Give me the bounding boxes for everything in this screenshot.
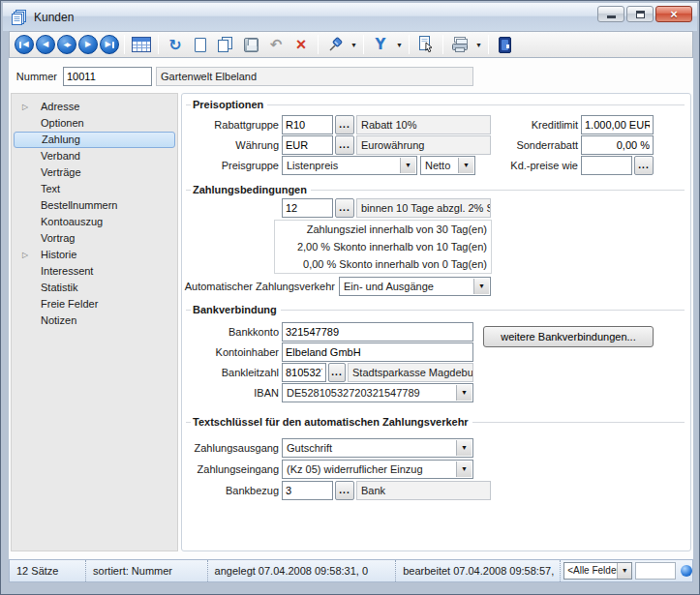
sonderrabatt-input[interactable] xyxy=(581,135,654,155)
refresh-icon: ↻ xyxy=(168,36,181,54)
nav-previous-button[interactable]: ◀ xyxy=(36,35,55,54)
document-cursor-icon xyxy=(417,36,435,53)
chevron-down-icon[interactable]: ▼ xyxy=(456,461,472,477)
bank-name-field: Stadtsparkasse Magdeburg xyxy=(348,363,473,382)
filter-funnel-icon: Y xyxy=(376,36,386,53)
sidebar-item-text[interactable]: Text xyxy=(14,181,175,197)
bankleitzahl-lookup-button[interactable]: ... xyxy=(328,363,346,382)
zahlungsbedingung-lookup-button[interactable]: ... xyxy=(335,198,354,218)
sidebar-item-verband[interactable]: Verband xyxy=(14,148,175,164)
app-icon xyxy=(12,10,27,25)
chevron-down-icon[interactable]: ▼ xyxy=(456,440,472,456)
select-record-button[interactable] xyxy=(414,34,438,55)
sidebar-item-vortrag[interactable]: Vortrag xyxy=(14,230,175,247)
filter-button[interactable]: Y xyxy=(369,34,392,55)
chevron-down-icon[interactable]: ▼ xyxy=(456,385,472,401)
restore-button[interactable] xyxy=(626,6,654,22)
customer-name-field: Gartenwelt Elbeland xyxy=(156,67,473,86)
bankleitzahl-input[interactable] xyxy=(282,363,326,382)
filter-dropdown-arrow[interactable]: ▼ xyxy=(396,42,403,48)
chevron-down-icon[interactable]: ▼ xyxy=(617,563,631,579)
kdpreise-input[interactable] xyxy=(581,156,632,175)
zahlungsausgang-value: Gutschrift xyxy=(287,442,332,454)
netto-select[interactable]: Netto▼ xyxy=(420,156,475,175)
sidebar-item-label: Adresse xyxy=(41,101,79,112)
zahlungseingang-value: (Kz 05) widerruflicher Einzug xyxy=(287,463,423,475)
zahlungseingang-select[interactable]: (Kz 05) widerruflicher Einzug▼ xyxy=(282,460,473,479)
sidebar-item-historie[interactable]: ▷Historie xyxy=(14,247,175,263)
nav-first-button[interactable]: ◀ xyxy=(15,35,34,54)
nav-last-icon: ▶ xyxy=(105,41,110,48)
sidebar-item-bestellnummern[interactable]: Bestellnummern xyxy=(14,197,175,214)
expander-icon[interactable]: ▷ xyxy=(22,99,28,115)
rabattgruppe-lookup-button[interactable]: ... xyxy=(335,115,354,134)
zahlungsbedingung-description: binnen 10 Tage abzgl. 2% Skonto xyxy=(356,198,491,218)
sidebar-item-optionen[interactable]: Optionen xyxy=(14,115,175,132)
exit-button[interactable] xyxy=(494,34,517,55)
sidebar-item-kontoauszug[interactable]: Kontoauszug xyxy=(14,214,175,230)
pin-button[interactable] xyxy=(323,34,347,55)
chevron-down-icon[interactable]: ▼ xyxy=(473,279,489,294)
new-document-icon xyxy=(195,38,206,52)
nav-next-icon: ▶ xyxy=(85,41,91,48)
kreditlimit-input[interactable] xyxy=(581,115,654,134)
expander-icon[interactable]: ▷ xyxy=(22,247,28,263)
bankbezug-lookup-button[interactable]: ... xyxy=(335,481,354,500)
sidebar-item-zahlung[interactable]: Zahlung xyxy=(14,132,175,148)
content-area: Nummer Gartenwelt Elbeland ▷Adresse Opti… xyxy=(9,58,693,559)
zahlungsausgang-select[interactable]: Gutschrift▼ xyxy=(282,438,473,458)
pin-dropdown-arrow[interactable]: ▼ xyxy=(350,42,357,48)
preisgruppe-select[interactable]: Listenpreis▼ xyxy=(282,156,417,175)
sidebar: ▷Adresse Optionen Zahlung Verband Verträ… xyxy=(11,93,178,551)
minimize-button[interactable] xyxy=(597,6,624,22)
list-view-button[interactable] xyxy=(130,34,153,55)
search-field-select[interactable]: <Alle Felder>▼ xyxy=(563,562,632,580)
waehrung-lookup-button[interactable]: ... xyxy=(335,135,354,155)
sidebar-item-interessent[interactable]: Interessent xyxy=(14,263,175,280)
chevron-down-icon[interactable]: ▼ xyxy=(458,158,473,173)
nav-last-button[interactable]: ▶ xyxy=(100,35,119,54)
iban-select[interactable]: DE52810532720321547789▼ xyxy=(282,383,473,402)
bankbezug-input[interactable] xyxy=(282,481,333,500)
sidebar-item-vertraege[interactable]: Verträge xyxy=(14,164,175,181)
save-disk-icon xyxy=(244,38,259,52)
chevron-down-icon[interactable]: ▼ xyxy=(400,158,415,173)
zahlungsbedingung-code-input[interactable] xyxy=(282,198,333,218)
nav-next-button[interactable]: ▶ xyxy=(78,35,98,54)
rabattgruppe-input[interactable] xyxy=(282,115,333,134)
autozahlung-select[interactable]: Ein- und Ausgänge▼ xyxy=(339,277,491,296)
sonderrabatt-label: Sonderrabatt xyxy=(424,135,578,155)
copy-record-button[interactable] xyxy=(214,34,237,55)
copy-icon xyxy=(218,37,233,53)
nummer-input[interactable] xyxy=(63,67,152,86)
autozahlung-label: Automatischer Zahlungsverkehr xyxy=(182,277,335,296)
print-button[interactable] xyxy=(448,34,472,55)
delete-button[interactable]: × xyxy=(289,34,313,55)
main-panel: Preisoptionen Rabattgruppe ... Rabatt 10… xyxy=(181,93,691,551)
sidebar-item-adresse[interactable]: ▷Adresse xyxy=(14,99,175,115)
new-record-button[interactable] xyxy=(189,34,212,55)
sidebar-item-label: Verträge xyxy=(41,166,81,178)
printer-icon xyxy=(450,37,470,53)
undo-button[interactable]: ↶ xyxy=(264,34,288,55)
kdpreise-lookup-button[interactable]: ... xyxy=(634,156,654,175)
nav-current-button[interactable]: ◀▶ xyxy=(57,35,76,54)
toolbar-separator xyxy=(488,35,489,54)
quick-search-input[interactable] xyxy=(635,562,676,580)
sidebar-item-notizen[interactable]: Notizen xyxy=(14,312,175,329)
bankkonto-input[interactable] xyxy=(282,322,473,342)
sidebar-item-freie-felder[interactable]: Freie Felder xyxy=(14,296,175,312)
print-dropdown-arrow[interactable]: ▼ xyxy=(475,42,482,48)
save-button[interactable] xyxy=(239,34,262,55)
sidebar-item-statistik[interactable]: Statistik xyxy=(14,280,175,296)
weitere-bankverbindungen-button[interactable]: weitere Bankverbindungen... xyxy=(483,326,654,347)
kontoinhaber-input[interactable] xyxy=(282,342,473,362)
sidebar-item-label: Freie Felder xyxy=(41,298,98,310)
close-button[interactable]: × xyxy=(655,6,692,22)
bankbezug-label: Bankbezug xyxy=(182,481,279,500)
waehrung-input[interactable] xyxy=(282,135,333,155)
status-record-count: 12 Sätze xyxy=(10,560,86,581)
refresh-button[interactable]: ↻ xyxy=(164,34,187,55)
kdpreise-label: Kd.-preise wie xyxy=(472,156,578,175)
kontoinhaber-label: Kontoinhaber xyxy=(182,342,279,362)
